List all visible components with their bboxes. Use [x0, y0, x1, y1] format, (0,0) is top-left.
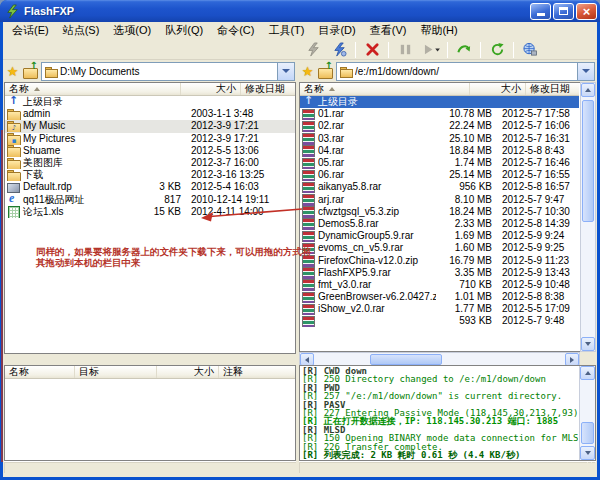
menu-item[interactable]: 站点(S) [56, 22, 107, 39]
scroll-down-icon[interactable] [580, 446, 595, 460]
parent-folder-icon[interactable] [318, 65, 333, 78]
file-icon [7, 158, 20, 169]
queue-column-name[interactable]: 名称 [5, 366, 75, 378]
remote-list-header: 名称 大小 修改日期 [300, 83, 579, 96]
resume-queue-icon[interactable] [418, 40, 444, 59]
column-header-name[interactable]: 名称 [5, 83, 181, 95]
file-row[interactable]: 593 KB 2012-5-7 9:48 [300, 315, 579, 327]
close-button[interactable]: × [576, 3, 597, 20]
file-row[interactable]: aikanya5.8.rar 956 KB 2012-5-8 16:57 [300, 181, 579, 193]
column-header-name[interactable]: 名称 [300, 83, 470, 95]
pause-queue-icon[interactable] [392, 40, 418, 59]
file-row[interactable]: My Pictures 2012-3-9 17:21 [5, 133, 295, 145]
menubar: 会话(E)站点(S)选项(O)队列(Q)命令(C)工具(T)目录(D)查看(V)… [3, 22, 597, 39]
resize-grip[interactable] [584, 461, 596, 473]
menu-item[interactable]: 工具(T) [261, 22, 311, 39]
scrollbar-thumb[interactable] [581, 422, 594, 444]
queue-column-size[interactable]: 大小 [157, 366, 219, 378]
file-row[interactable]: 上级目录 [300, 96, 579, 108]
local-path-combo[interactable]: D:\My Documents [41, 62, 295, 81]
file-icon [7, 97, 20, 108]
file-row[interactable]: Default.rdp 3 KB 2012-5-4 16:03 [5, 181, 295, 193]
transfer-icon[interactable] [451, 40, 477, 59]
file-row[interactable]: 02.rar 22.24 MB 2012-5-7 16:06 [300, 120, 579, 132]
menu-item[interactable]: 帮助(H) [413, 22, 464, 39]
file-icon [302, 316, 315, 327]
file-row[interactable]: Demos5.8.rar 2.33 MB 2012-5-8 14:39 [300, 218, 579, 230]
favorites-icon[interactable]: ★ [5, 64, 20, 79]
file-row[interactable]: cfwztgsql_v5.3.zip 18.24 MB 2012-5-7 10:… [300, 206, 579, 218]
minimize-button[interactable] [530, 3, 551, 20]
abort-icon[interactable] [359, 40, 385, 59]
local-path-dropdown[interactable] [277, 63, 294, 80]
file-row[interactable]: 01.rar 10.78 MB 2012-5-7 17:58 [300, 108, 579, 120]
column-header-date[interactable]: 修改日期 [526, 83, 579, 95]
remote-path-combo[interactable]: /e:/m1/down/down/ [336, 62, 595, 81]
file-row[interactable]: qq11极品网址 817 2010-12-14 19:11 [5, 194, 295, 206]
menu-item[interactable]: 命令(C) [210, 22, 261, 39]
queue-column-target[interactable]: 目标 [75, 366, 157, 378]
scroll-up-icon[interactable] [580, 366, 595, 380]
favorites-icon[interactable]: ★ [300, 64, 315, 79]
file-row[interactable]: admin 2003-1-1 3:48 [5, 108, 295, 120]
sort-asc-icon [34, 87, 40, 91]
window-content: 会话(E)站点(S)选项(O)队列(Q)命令(C)工具(T)目录(D)查看(V)… [3, 22, 597, 477]
file-row[interactable]: fmt_v3.0.rar 710 KB 2012-5-9 10:48 [300, 279, 579, 291]
sort-asc-icon [329, 87, 335, 91]
tutorial-annotation: 同样的，如果要将服务器上的文件夹下载下来，可以用拖的方式将 其拖动到本机的栏目中… [36, 246, 312, 268]
file-row[interactable]: arj.rar 8.10 MB 2012-5-7 9:47 [300, 194, 579, 206]
column-header-size[interactable]: 大小 [181, 83, 241, 95]
toolbar-separator [388, 42, 389, 58]
file-row[interactable]: 04.rar 18.84 MB 2012-5-8 8:43 [300, 145, 579, 157]
file-row[interactable]: GreenBrowser-v6.2.0427.zip 1.01 MB 2012-… [300, 291, 579, 303]
column-header-size[interactable]: 大小 [470, 83, 526, 95]
file-icon [302, 182, 315, 193]
refresh-icon[interactable] [484, 40, 510, 59]
connect-icon[interactable] [326, 40, 352, 59]
file-row[interactable]: 06.rar 25.14 MB 2012-5-7 16:55 [300, 169, 579, 181]
file-row[interactable]: FirefoxChina-v12.0.zip 16.79 MB 2012-5-9… [300, 254, 579, 266]
file-row[interactable]: iShow_v2.0.rar 1.77 MB 2012-5-5 17:09 [300, 303, 579, 315]
file-icon [7, 206, 20, 217]
file-row[interactable]: 05.rar 1.74 MB 2012-5-7 16:46 [300, 157, 579, 169]
remote-file-list: 上级目录 01.rar 10.78 MB 2012-5-7 17:58 02.r… [300, 96, 579, 351]
file-row[interactable]: DynamicGroup5.9.rar 1.69 MB 2012-5-9 9:2… [300, 230, 579, 242]
scroll-up-icon[interactable] [581, 83, 595, 97]
file-row[interactable]: My Music 2012-3-9 17:21 [5, 120, 295, 132]
log-scrollbar[interactable] [579, 366, 595, 460]
file-icon [302, 231, 315, 242]
file-row[interactable]: evoms_cn_v5.9.rar 1.60 MB 2012-5-9 9:25 [300, 242, 579, 254]
menu-item[interactable]: 队列(Q) [158, 22, 210, 39]
remote-vertical-scrollbar[interactable] [580, 82, 596, 352]
remote-path-text: /e:/m1/down/down/ [355, 66, 577, 77]
file-row[interactable]: 下载 2012-3-16 13:25 [5, 169, 295, 181]
site-network-icon[interactable] [517, 40, 543, 59]
menu-item[interactable]: 会话(E) [5, 22, 56, 39]
file-icon [7, 194, 20, 205]
toolbar-separator [355, 42, 356, 58]
file-row[interactable]: Shuame 2012-5-5 13:06 [5, 145, 295, 157]
menu-item[interactable]: 目录(D) [311, 22, 362, 39]
scrollbar-thumb[interactable] [582, 100, 594, 222]
menu-item[interactable]: 查看(V) [363, 22, 414, 39]
window-title: FlashFXP [24, 5, 528, 17]
maximize-button[interactable] [553, 3, 574, 20]
remote-path-dropdown[interactable] [577, 63, 594, 80]
file-row[interactable]: 上级目录 [5, 96, 295, 108]
file-icon [7, 109, 20, 120]
quick-connect-icon[interactable] [300, 40, 326, 59]
file-row[interactable]: 03.rar 25.10 MB 2012-5-7 16:31 [300, 133, 579, 145]
file-row[interactable]: 美图图库 2012-3-7 16:00 [5, 157, 295, 169]
file-row[interactable]: 论坛1.xls 15 KB 2012-4-11 14:00 [5, 206, 295, 218]
parent-folder-icon[interactable] [23, 65, 38, 78]
file-icon [302, 145, 315, 156]
file-icon [7, 145, 20, 156]
file-row[interactable]: FlashFXP5.9.rar 3.35 MB 2012-5-9 13:43 [300, 267, 579, 279]
file-icon [302, 206, 315, 217]
local-path-row: ★ D:\My Documents [4, 60, 296, 82]
scroll-down-icon[interactable] [581, 337, 595, 351]
scrollbar-thumb[interactable] [370, 354, 442, 365]
menu-item[interactable]: 选项(O) [106, 22, 158, 39]
queue-column-note[interactable]: 注释 [219, 366, 295, 378]
column-header-date[interactable]: 修改日期 [241, 83, 295, 95]
